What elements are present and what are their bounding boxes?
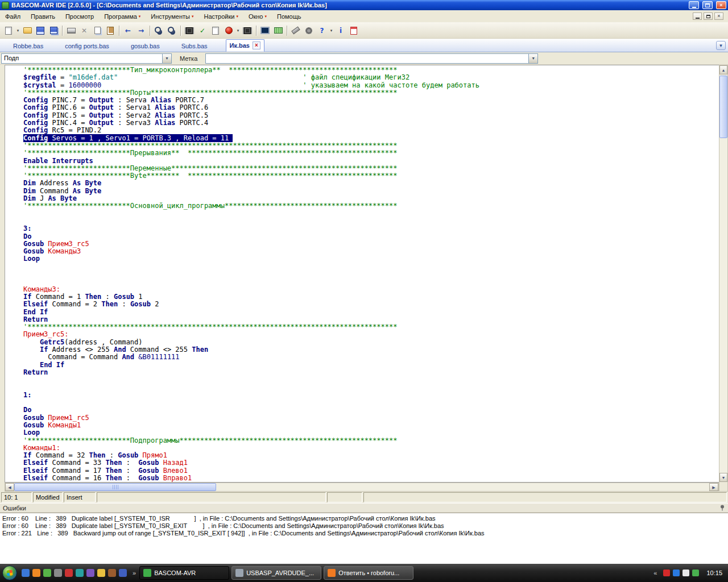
label-selector-value[interactable] bbox=[206, 54, 528, 63]
code-line[interactable]: Elseif Command = 2 Then : Gosub 2 bbox=[23, 301, 719, 308]
code-line[interactable]: '*************************Прерывания** *… bbox=[23, 149, 719, 157]
new-file-dropdown-arrow[interactable]: ▾ bbox=[15, 24, 20, 37]
code-line[interactable]: If Command = 1 Then : Gosub 1 bbox=[23, 293, 719, 301]
code-line[interactable]: Elseif Command = 16 Then : Gosub Вправо1 bbox=[23, 475, 719, 482]
tab-close-button[interactable]: × bbox=[253, 41, 260, 49]
code-line[interactable]: $regfile = "m16def.dat" ' файл специфика… bbox=[23, 74, 719, 81]
code-line[interactable]: Dim Command As Byte bbox=[23, 188, 719, 195]
code-line[interactable]: $crystal = 16000000 ' указываем на какой… bbox=[23, 82, 719, 89]
code-line[interactable]: Команды1: bbox=[23, 444, 719, 452]
lcd-designer-button[interactable] bbox=[272, 24, 284, 37]
quick-launch-icon[interactable] bbox=[119, 569, 127, 577]
code-line[interactable]: Gosub Прием3_rc5 bbox=[23, 240, 719, 248]
code-line[interactable]: Getrc5(address , Command) bbox=[23, 339, 719, 346]
code-line[interactable]: Return bbox=[23, 316, 719, 323]
simulate-program-button[interactable] bbox=[222, 24, 235, 37]
document-tab-3[interactable]: Subs.bas bbox=[178, 40, 211, 52]
help-button[interactable]: ? bbox=[316, 24, 328, 37]
code-line[interactable]: If Address <> 255 And Command <> 255 The… bbox=[23, 346, 719, 354]
error-row[interactable]: Error : 221 Line : 389 Backward jump out… bbox=[0, 529, 728, 537]
horizontal-scroll-track[interactable] bbox=[14, 483, 709, 491]
document-tab-4[interactable]: Ик.bas× bbox=[226, 39, 264, 52]
quick-launch-icon[interactable] bbox=[54, 569, 62, 577]
menu-item-5[interactable]: Настройки▾ bbox=[198, 11, 243, 22]
code-line[interactable]: '*************************Порты*********… bbox=[23, 89, 719, 97]
tray-icon[interactable] bbox=[663, 569, 670, 576]
new-file-button[interactable] bbox=[2, 24, 15, 37]
redo-button[interactable]: → bbox=[135, 24, 147, 37]
program-chip-button[interactable] bbox=[241, 24, 254, 37]
code-line[interactable]: Config PINC.6 = Output : Serva1 Alias PO… bbox=[23, 104, 719, 111]
code-line[interactable]: Command = Command And &B01111111 bbox=[23, 354, 719, 361]
quick-launch-icon[interactable] bbox=[22, 569, 30, 577]
code-line[interactable]: Config Rc5 = PIND.2 bbox=[23, 127, 719, 134]
code-line[interactable] bbox=[23, 376, 719, 384]
code-line[interactable] bbox=[23, 218, 719, 225]
code-line[interactable] bbox=[23, 263, 719, 271]
scroll-right-arrow[interactable]: ▶ bbox=[709, 483, 718, 491]
menu-item-2[interactable]: Просмотр bbox=[60, 11, 99, 22]
code-line[interactable]: '*************************Byte******** *… bbox=[23, 172, 719, 180]
code-line[interactable]: Dim Address As Byte bbox=[23, 180, 719, 187]
code-line[interactable]: Config PINC.7 = Output : Serva Alias POR… bbox=[23, 97, 719, 104]
quick-launch-icon[interactable] bbox=[86, 569, 94, 577]
code-line[interactable] bbox=[23, 399, 719, 406]
quick-launch-icon[interactable] bbox=[32, 569, 40, 577]
export-pdf-button[interactable] bbox=[348, 24, 360, 37]
document-tab-1[interactable]: config ports.bas bbox=[61, 40, 113, 52]
about-button[interactable]: i bbox=[334, 24, 347, 37]
code-line[interactable]: 3: bbox=[23, 225, 719, 232]
quick-launch-overflow-chevron[interactable]: » bbox=[131, 569, 137, 576]
tray-icon[interactable] bbox=[692, 569, 699, 576]
restore-button[interactable] bbox=[702, 1, 713, 9]
paste-button[interactable] bbox=[104, 24, 117, 37]
quick-launch-icon[interactable] bbox=[43, 569, 51, 577]
cut-button[interactable]: ✕ bbox=[78, 24, 90, 37]
menu-item-4[interactable]: Инструменты▾ bbox=[146, 11, 198, 22]
code-line[interactable]: Команды3: bbox=[23, 286, 719, 293]
close-button[interactable]: × bbox=[716, 1, 726, 9]
error-row[interactable]: Error : 60 Line : 389 Duplicate label [_… bbox=[0, 514, 728, 522]
code-line[interactable]: Gosub Команды1 bbox=[23, 422, 719, 429]
taskbar-button[interactable]: Ответить • roboforu... bbox=[324, 566, 413, 580]
code-area[interactable]: '*************************Тип_микроконтр… bbox=[5, 65, 719, 483]
compile-program-button[interactable] bbox=[183, 24, 196, 37]
quick-launch-icon[interactable] bbox=[108, 569, 116, 577]
document-tab-2[interactable]: gosub.bas bbox=[127, 40, 163, 52]
sub-selector-combobox[interactable]: Подп ▼ bbox=[1, 53, 172, 64]
taskbar-button[interactable]: BASCOM-AVR bbox=[139, 566, 229, 580]
code-line[interactable] bbox=[23, 278, 719, 285]
sub-selector-dropdown-icon[interactable]: ▼ bbox=[162, 54, 171, 63]
code-line[interactable]: Do bbox=[23, 406, 719, 414]
options-button[interactable] bbox=[289, 24, 302, 37]
tray-icon[interactable] bbox=[673, 569, 680, 576]
document-tab-0[interactable]: Robbe.bas bbox=[10, 40, 47, 52]
code-line[interactable]: Elseif Command = 17 Then : Gosub Влево1 bbox=[23, 467, 719, 475]
scroll-down-arrow[interactable]: ▼ bbox=[719, 473, 727, 482]
horizontal-scrollbar[interactable]: ◀ ▶ bbox=[5, 483, 719, 492]
code-line[interactable]: '*************************Тип_микроконтр… bbox=[23, 66, 719, 74]
quick-launch-icon[interactable] bbox=[65, 569, 73, 577]
minimize-button[interactable] bbox=[689, 1, 699, 9]
code-line[interactable]: Прием3_rc5: bbox=[23, 331, 719, 338]
label-selector-combobox[interactable]: ▼ bbox=[205, 53, 538, 64]
show-result-button[interactable] bbox=[209, 24, 222, 37]
code-line[interactable]: Enable Interrupts bbox=[23, 157, 719, 165]
code-line[interactable]: '***************************************… bbox=[23, 323, 719, 331]
copy-button[interactable] bbox=[91, 24, 104, 37]
quick-launch-icon[interactable] bbox=[97, 569, 105, 577]
code-line[interactable]: Config Servos = 1 , Servo1 = PORTB.3 , R… bbox=[23, 135, 719, 142]
start-button[interactable] bbox=[2, 566, 17, 580]
find-button[interactable] bbox=[152, 24, 165, 37]
simulate-program-dropdown-arrow[interactable]: ▾ bbox=[235, 24, 241, 37]
menu-item-7[interactable]: Помощь bbox=[272, 11, 307, 22]
vertical-scroll-thumb[interactable] bbox=[719, 76, 727, 138]
mdi-restore-button[interactable] bbox=[704, 13, 713, 20]
code-line[interactable]: Return bbox=[23, 369, 719, 376]
undo-button[interactable]: ← bbox=[122, 24, 134, 37]
horizontal-scroll-thumb[interactable] bbox=[14, 483, 216, 491]
label-selector-dropdown-icon[interactable]: ▼ bbox=[528, 54, 537, 63]
tray-expand-chevron[interactable]: « bbox=[652, 569, 658, 576]
quick-launch-icon[interactable] bbox=[76, 569, 84, 577]
code-line[interactable]: Config PINC.5 = Output : Serva2 Alias PO… bbox=[23, 112, 719, 119]
